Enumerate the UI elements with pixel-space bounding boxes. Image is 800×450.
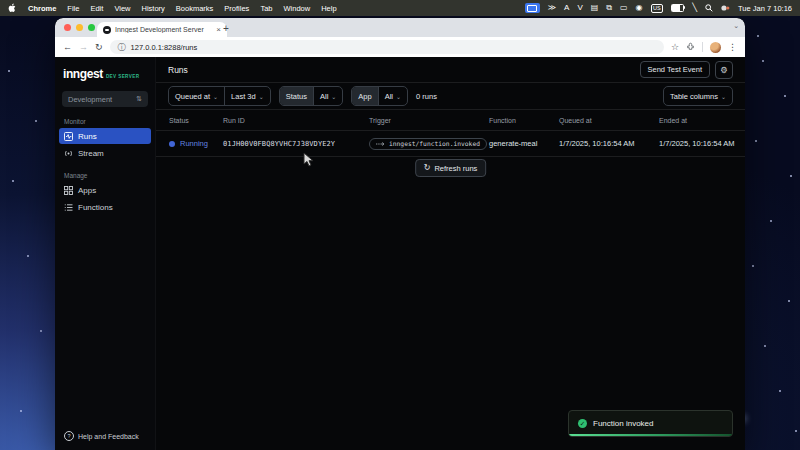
refresh-runs-button[interactable]: ↻ Refresh runs	[415, 159, 487, 177]
app-filter-group: App All ⌄	[351, 86, 408, 106]
sidebar-item-stream[interactable]: Stream	[59, 145, 151, 161]
updown-chevron-icon: ⇅	[136, 95, 142, 103]
toolbar-divider	[702, 42, 703, 52]
table-columns-button[interactable]: Table columns ⌄	[663, 86, 733, 106]
menu-tab[interactable]: Tab	[260, 4, 272, 13]
success-check-icon: ✓	[578, 419, 587, 428]
menu-profiles[interactable]: Profiles	[224, 4, 249, 13]
browser-toolbar: ← → ↻ ⓘ 127.0.0.1:8288/runs ☆ ⋮	[55, 37, 745, 58]
environment-value: Development	[68, 95, 112, 104]
refresh-icon: ↻	[424, 164, 431, 172]
back-button[interactable]: ←	[63, 43, 72, 52]
sidebar-stream-label: Stream	[78, 149, 104, 158]
sidebar-item-functions[interactable]: Functions	[59, 199, 151, 215]
apple-menu-icon[interactable]	[8, 3, 17, 13]
sidebar-functions-label: Functions	[78, 203, 113, 212]
col-queued-at[interactable]: Queued at	[559, 117, 659, 124]
tab-close-icon[interactable]: ×	[216, 25, 221, 34]
battery-icon[interactable]	[671, 4, 684, 12]
letter-v-status-icon[interactable]: V	[577, 4, 582, 12]
menu-view[interactable]: View	[114, 4, 130, 13]
tab-strip-chevron-icon[interactable]: ⌄	[733, 22, 739, 30]
col-trigger[interactable]: Trigger	[369, 117, 489, 124]
help-label: Help and Feedback	[78, 433, 139, 440]
toast-notification[interactable]: ✓ Function invoked	[568, 410, 733, 437]
chrome-menu-icon[interactable]: ⋮	[728, 43, 737, 52]
new-tab-button[interactable]: +	[223, 23, 229, 34]
time-field-dropdown[interactable]: Queued at ⌄	[169, 87, 224, 105]
toast-message: Function invoked	[593, 419, 653, 428]
menu-history[interactable]: History	[142, 4, 165, 13]
address-bar[interactable]: ⓘ 127.0.0.1:8288/runs	[110, 40, 664, 54]
help-and-feedback[interactable]: ? Help and Feedback	[64, 431, 139, 441]
extensions-icon[interactable]	[686, 42, 695, 53]
display-icon[interactable]: ▭	[620, 4, 628, 12]
keyboard-layout-badge[interactable]: US	[651, 4, 664, 13]
table-row[interactable]: Running 01JH00V0FBQ8YVHC7J38VDYE2Y innge…	[156, 131, 745, 157]
manage-section-label: Manage	[64, 172, 146, 179]
settings-gear-button[interactable]: ⚙	[715, 61, 733, 79]
trigger-badge[interactable]: inngest/function.invoked	[369, 138, 487, 150]
inngest-app: inngest DEV SERVER Development ⇅ Monitor…	[55, 57, 745, 450]
browser-tab[interactable]: Inngest Development Server ×	[97, 22, 227, 37]
chevron-down-icon: ⌄	[396, 93, 401, 100]
clipboard-icon[interactable]: ⧉	[606, 4, 612, 12]
col-function[interactable]: Function	[489, 117, 559, 124]
main-panel: Runs Send Test Event ⚙ Queued at ⌄ Last …	[156, 57, 745, 450]
close-window-button[interactable]	[64, 24, 71, 31]
notebook-icon[interactable]: ▤	[591, 4, 599, 12]
chevron-down-icon: ⌄	[721, 93, 726, 100]
spotlight-search-icon[interactable]	[705, 4, 713, 12]
app-filter-label: App	[352, 87, 377, 105]
col-run-id[interactable]: Run ID	[223, 117, 369, 124]
menu-file[interactable]: File	[67, 4, 79, 13]
runs-icon	[64, 132, 73, 141]
menu-window[interactable]: Window	[283, 4, 310, 13]
status-filter-dropdown[interactable]: All ⌄	[313, 87, 342, 105]
run-id[interactable]: 01JH00V0FBQ8YVHC7J38VDYE2Y	[223, 140, 369, 148]
toast-progress-bar	[569, 434, 732, 436]
browser-window: Inngest Development Server × + ⌄ ← → ↻ ⓘ…	[55, 18, 745, 450]
time-field-value: Queued at	[175, 92, 210, 101]
chevron-down-icon: ⌄	[331, 93, 336, 100]
function-name[interactable]: generate-meal	[489, 139, 559, 148]
environment-selector[interactable]: Development ⇅	[62, 91, 148, 107]
profile-avatar[interactable]	[710, 42, 721, 53]
status-filter-value: All	[320, 92, 328, 101]
table-columns-label: Table columns	[670, 92, 718, 101]
letter-a-status-icon[interactable]: A	[564, 4, 569, 12]
functions-icon	[64, 203, 73, 212]
play-circle-icon[interactable]: ◉	[636, 4, 643, 12]
double-chevron-icon[interactable]: ≫	[548, 4, 556, 12]
menu-bookmarks[interactable]: Bookmarks	[176, 4, 214, 13]
bookmark-star-icon[interactable]: ☆	[671, 43, 679, 52]
sidebar-item-runs[interactable]: Runs	[59, 128, 151, 144]
sidebar: inngest DEV SERVER Development ⇅ Monitor…	[55, 57, 156, 450]
time-filter-group: Queued at ⌄ Last 3d ⌄	[168, 86, 271, 106]
reload-button[interactable]: ↻	[95, 43, 103, 52]
app-filter-dropdown[interactable]: All ⌄	[378, 87, 407, 105]
col-status[interactable]: Status	[169, 117, 223, 124]
time-range-dropdown[interactable]: Last 3d ⌄	[224, 87, 270, 105]
menu-help[interactable]: Help	[321, 4, 336, 13]
ended-at-value: 1/7/2025, 10:16:54 AM	[659, 139, 745, 148]
sidebar-apps-label: Apps	[78, 186, 96, 195]
col-ended-at[interactable]: Ended at	[659, 117, 745, 124]
table-header: Status Run ID Trigger Function Queued at…	[156, 110, 745, 131]
slash-status-icon[interactable]: ╲	[692, 4, 697, 12]
sidebar-item-apps[interactable]: Apps	[59, 182, 151, 198]
zoom-window-button[interactable]	[88, 24, 95, 31]
send-test-event-button[interactable]: Send Test Event	[640, 61, 710, 78]
menu-edit[interactable]: Edit	[90, 4, 103, 13]
menu-bar-clock[interactable]: Tue Jan 7 10:16	[738, 4, 792, 13]
forward-button[interactable]: →	[79, 43, 88, 52]
control-center-icon[interactable]	[721, 4, 730, 12]
stream-icon	[64, 149, 73, 158]
trigger-name: inngest/function.invoked	[389, 140, 480, 147]
page-header: Runs Send Test Event ⚙	[156, 57, 745, 83]
menu-app-name[interactable]: Chrome	[28, 4, 56, 13]
url-text: 127.0.0.1:8288/runs	[131, 43, 198, 52]
screen-share-icon[interactable]	[525, 3, 540, 13]
site-info-icon[interactable]: ⓘ	[118, 42, 126, 53]
minimize-window-button[interactable]	[76, 24, 83, 31]
